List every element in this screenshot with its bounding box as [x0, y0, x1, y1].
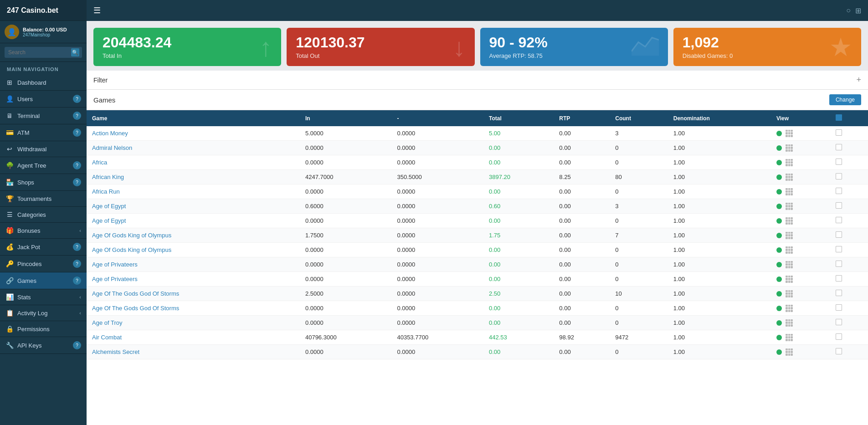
grid-view-icon[interactable]	[786, 305, 793, 312]
game-name-cell[interactable]: Alchemists Secret	[87, 345, 300, 359]
game-name-cell[interactable]: Age of Troy	[87, 316, 300, 330]
grid-view-icon[interactable]	[786, 319, 793, 327]
sidebar-item-games[interactable]: 🔗 Games ?	[0, 272, 87, 289]
search-input[interactable]	[5, 47, 82, 58]
sidebar-item-dashboard[interactable]: ⊞ Dashboard	[0, 75, 87, 91]
grid-view-icon[interactable]	[786, 188, 793, 195]
sidebar-item-withdrawal[interactable]: ↩ Withdrawal	[0, 141, 87, 157]
game-in-cell: 0.0000	[300, 301, 392, 316]
game-name-cell[interactable]: African King	[87, 170, 300, 184]
grid-view-icon[interactable]	[786, 246, 793, 254]
topbar-icon-grid[interactable]: ⊞	[855, 6, 861, 15]
row-checkbox[interactable]	[836, 202, 842, 209]
game-name-cell[interactable]: Africa	[87, 155, 300, 170]
game-name-cell[interactable]: Age of Privateers	[87, 257, 300, 272]
hamburger-button[interactable]: ☰	[93, 5, 101, 15]
row-checkbox[interactable]	[836, 261, 842, 267]
game-denom-cell: 1.00	[668, 126, 771, 141]
jackpot-icon: 💰	[5, 243, 14, 251]
row-checkbox[interactable]	[836, 333, 842, 340]
game-name-cell[interactable]: Age of Egypt	[87, 199, 300, 214]
search-button[interactable]: 🔍	[71, 48, 79, 56]
sidebar-item-jackpot[interactable]: 💰 Jack Pot ?	[0, 239, 87, 256]
sidebar-item-users[interactable]: 👤 Users ?	[0, 91, 87, 108]
sidebar-item-activity-log[interactable]: 📋 Activity Log ‹	[0, 305, 87, 321]
col-out: -	[391, 110, 483, 126]
table-row: Age of Privateers 0.0000 0.0000 0.00 0.0…	[87, 272, 868, 287]
game-name-cell[interactable]: Age Of The Gods God Of Storms	[87, 301, 300, 316]
sidebar-item-label: Pincodes	[17, 261, 41, 267]
game-name-cell[interactable]: Age of Privateers	[87, 272, 300, 287]
game-view-cell	[771, 330, 830, 345]
game-name-cell[interactable]: Admiral Nelson	[87, 141, 300, 155]
grid-view-icon[interactable]	[786, 348, 793, 356]
sidebar-item-api-keys[interactable]: 🔧 API Keys ?	[0, 337, 87, 354]
game-view-cell	[771, 155, 830, 170]
row-checkbox[interactable]	[836, 173, 842, 179]
game-name-cell[interactable]: Age Of Gods King of Olympus	[87, 243, 300, 257]
sidebar-item-tournaments[interactable]: 🏆 Tournaments	[0, 191, 87, 207]
row-checkbox[interactable]	[836, 159, 842, 165]
game-view-cell	[771, 345, 830, 359]
game-name-cell[interactable]: Age Of The Gods God Of Storms	[87, 287, 300, 301]
nav-label: MAIN NAVIGATION	[0, 62, 87, 75]
game-rtp-cell: 0.00	[554, 287, 610, 301]
grid-view-icon[interactable]	[786, 261, 793, 268]
grid-view-icon[interactable]	[786, 232, 793, 239]
filter-plus-button[interactable]: +	[856, 75, 861, 85]
game-total-cell: 0.60	[483, 199, 554, 214]
row-checkbox[interactable]	[836, 246, 842, 252]
game-count-cell: 0	[610, 257, 668, 272]
grid-view-icon[interactable]	[786, 159, 793, 166]
grid-view-icon[interactable]	[786, 144, 793, 152]
change-button[interactable]: Change	[829, 94, 861, 105]
game-name-cell[interactable]: Air Combat	[87, 330, 300, 345]
game-count-cell: 0	[610, 184, 668, 199]
sidebar-item-agent-tree[interactable]: 🌳 Agent Tree ?	[0, 157, 87, 174]
grid-view-icon[interactable]	[786, 174, 793, 181]
row-checkbox[interactable]	[836, 348, 842, 354]
game-name-cell[interactable]: Age of Egypt	[87, 214, 300, 228]
sidebar-item-shops[interactable]: 🏪 Shops ?	[0, 174, 87, 191]
game-denom-cell: 1.00	[668, 272, 771, 287]
topbar-icon-circle[interactable]: ○	[846, 6, 851, 15]
grid-view-icon[interactable]	[786, 334, 793, 341]
row-checkbox[interactable]	[836, 231, 842, 238]
row-checkbox[interactable]	[836, 144, 842, 150]
row-checkbox[interactable]	[836, 290, 842, 296]
row-checkbox[interactable]	[836, 188, 842, 194]
sidebar-item-categories[interactable]: ☰ Categories	[0, 207, 87, 223]
game-denom-cell: 1.00	[668, 257, 771, 272]
game-view-cell	[771, 316, 830, 330]
game-name-cell[interactable]: Action Money	[87, 126, 300, 141]
game-out-cell: 0.0000	[391, 257, 483, 272]
sidebar-item-pincodes[interactable]: 🔑 Pincodes ?	[0, 256, 87, 272]
game-out-cell: 0.0000	[391, 155, 483, 170]
sidebar-item-stats[interactable]: 📊 Stats ‹	[0, 289, 87, 305]
shops-icon: 🏪	[5, 179, 14, 186]
status-dot	[776, 349, 782, 355]
game-total-cell: 0.00	[483, 272, 554, 287]
select-all-checkbox[interactable]	[836, 114, 842, 121]
sidebar-item-terminal[interactable]: 🖥 Terminal ?	[0, 108, 87, 124]
row-checkbox[interactable]	[836, 319, 842, 325]
row-checkbox[interactable]	[836, 129, 842, 136]
grid-view-icon[interactable]	[786, 130, 793, 137]
sidebar-item-bonuses[interactable]: 🎁 Bonuses ‹	[0, 223, 87, 239]
game-name-cell[interactable]: Age Of Gods King of Olympus	[87, 228, 300, 243]
table-row: Age of Egypt 0.6000 0.0000 0.60 0.00 3 1…	[87, 199, 868, 214]
grid-view-icon[interactable]	[786, 217, 793, 225]
row-checkbox[interactable]	[836, 275, 842, 282]
game-name-cell[interactable]: Africa Run	[87, 184, 300, 199]
sidebar-item-atm[interactable]: 💳 ATM ?	[0, 124, 87, 141]
row-checkbox[interactable]	[836, 304, 842, 311]
grid-view-icon[interactable]	[786, 290, 793, 297]
col-count: Count	[610, 110, 668, 126]
sidebar-item-permissions[interactable]: 🔒 Permissions	[0, 321, 87, 337]
categories-icon: ☰	[5, 211, 14, 218]
game-checkbox-cell	[830, 301, 868, 316]
grid-view-icon[interactable]	[786, 203, 793, 210]
row-checkbox[interactable]	[836, 217, 842, 223]
grid-view-icon[interactable]	[786, 276, 793, 283]
status-dot	[776, 204, 782, 209]
